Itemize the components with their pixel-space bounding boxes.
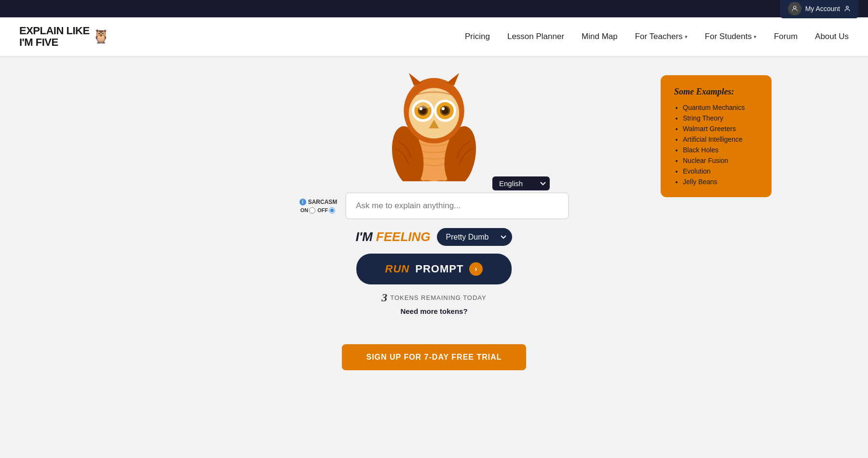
example-item-2[interactable]: Walmart Greeters [683,125,758,133]
svg-point-1 [846,6,849,9]
my-account-label: My Account [805,5,840,13]
input-area: English Spanish French German Portuguese… [0,176,868,370]
run-label: RUN [385,263,410,275]
nav-link-lesson-planner[interactable]: Lesson Planner [507,32,564,41]
for-teachers-chevron-icon: ▾ [685,34,688,40]
sarcasm-on-radio[interactable] [309,207,315,214]
tokens-text: 3 TOKENS REMAINING TODAY [381,291,486,304]
sarcasm-on-label: ON [300,207,309,213]
svg-marker-8 [447,73,459,85]
nav-label-for-students: For Students [705,32,752,41]
svg-marker-7 [409,73,421,85]
logo-line2: I'M FIVE [19,37,90,48]
account-avatar [788,2,801,15]
top-bar: My Account [0,0,868,17]
example-item-6[interactable]: Evolution [683,167,758,175]
examples-title: Some Examples: [674,87,758,97]
owl-image [371,66,497,181]
sarcasm-info-icon[interactable]: i [299,199,306,205]
nav-link-pricing[interactable]: Pricing [465,32,490,41]
run-arrow-icon: › [469,262,483,276]
for-students-chevron-icon: ▾ [754,34,757,40]
run-prompt-button[interactable]: RUN PROMPT › [356,254,512,284]
sarcasm-off-radio[interactable] [329,207,335,214]
example-item-7[interactable]: Jelly Beans [683,178,758,186]
sarcasm-section: i SARCASM ON OFF [299,199,338,214]
prompt-label: PROMPT [415,263,463,275]
example-item-4[interactable]: Black Holes [683,146,758,154]
tokens-section: 3 TOKENS REMAINING TODAY Need more token… [381,291,486,315]
svg-point-19 [442,107,445,110]
signup-button[interactable]: SIGN UP FOR 7-DAY FREE TRIAL [342,344,526,370]
feeling-select[interactable]: Pretty Dumb Kind of Smart Einstein Mode [437,228,512,246]
logo-owl-emoji: 🦉 [93,29,109,44]
signup-label: SIGN UP FOR 7-DAY FREE TRIAL [366,353,502,361]
sarcasm-and-input: i SARCASM ON OFF [299,192,569,219]
language-row: English Spanish French German Portuguese… [318,176,550,190]
feeling-text: I'M FEELING [356,229,431,244]
nav-label-forum: Forum [774,32,798,41]
sarcasm-toggle: ON OFF [300,207,337,214]
svg-point-21 [414,101,432,109]
account-icon [844,5,851,12]
need-tokens-link[interactable]: Need more tokens? [400,307,467,315]
example-item-0[interactable]: Quantum Mechanics [683,104,758,111]
nav-label-for-teachers: For Teachers [635,32,683,41]
owl-svg [379,70,489,181]
example-item-5[interactable]: Nuclear Fusion [683,157,758,164]
nav-label-mind-map: Mind Map [582,32,618,41]
feeling-feeling: FEELING [376,229,431,244]
nav-link-mind-map[interactable]: Mind Map [582,32,618,41]
language-select[interactable]: English Spanish French German Portuguese… [492,176,550,190]
feeling-im: I'M [356,229,373,244]
examples-box: Some Examples: Quantum Mechanics String … [661,75,772,197]
example-item-1[interactable]: String Theory [683,114,758,122]
main-content: Some Examples: Quantum Mechanics String … [0,56,868,370]
nav-link-for-students[interactable]: For Students ▾ [705,32,757,41]
nav-label-lesson-planner: Lesson Planner [507,32,564,41]
example-item-3[interactable]: Artificial Intelligence [683,135,758,143]
search-input[interactable] [345,192,569,219]
need-tokens-label: Need more tokens? [400,307,467,315]
nav-links: Pricing Lesson Planner Mind Map For Teac… [465,32,849,41]
tokens-label: TOKENS REMAINING TODAY [390,294,486,301]
tokens-count: 3 [381,291,387,304]
logo[interactable]: EXPLAIN LIKE I'M FIVE 🦉 [19,25,109,48]
examples-list: Quantum Mechanics String Theory Walmart … [674,104,758,186]
nav-link-forum[interactable]: Forum [774,32,798,41]
svg-point-0 [793,6,796,9]
sarcasm-label: i SARCASM [299,199,338,205]
sarcasm-off-label: OFF [317,207,328,213]
nav-label-about-us: About Us [815,32,849,41]
nav-label-pricing: Pricing [465,32,490,41]
nav-link-for-teachers[interactable]: For Teachers ▾ [635,32,688,41]
sarcasm-label-text: SARCASM [308,199,338,205]
my-account-button[interactable]: My Account [780,0,858,18]
logo-line1: EXPLAIN LIKE [19,25,90,37]
feeling-row: I'M FEELING Pretty Dumb Kind of Smart Ei… [356,228,513,246]
navbar: EXPLAIN LIKE I'M FIVE 🦉 Pricing Lesson P… [0,17,868,56]
logo-text: EXPLAIN LIKE I'M FIVE [19,25,90,48]
nav-link-about-us[interactable]: About Us [815,32,849,41]
